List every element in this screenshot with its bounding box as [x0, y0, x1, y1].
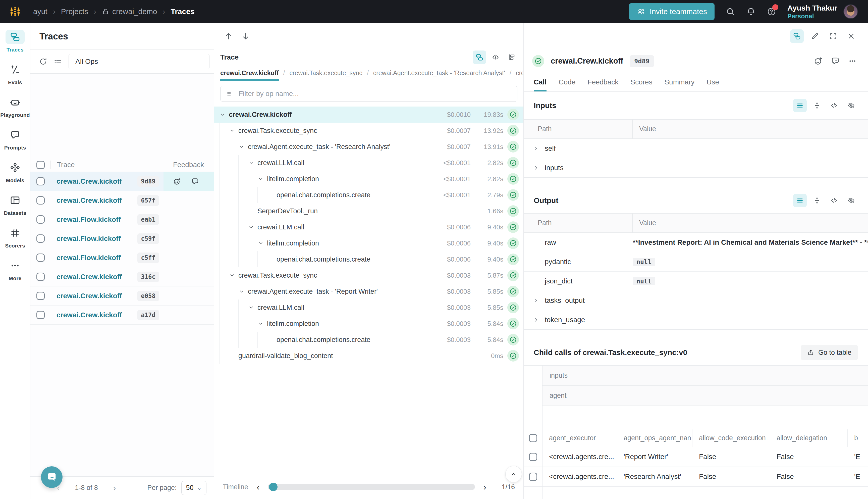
trace-name-link[interactable]: crewai.Crew.kickoff [57, 196, 122, 205]
trace-name-link[interactable]: crewai.Crew.kickoff [57, 292, 122, 300]
span-tree-row[interactable]: openai.chat.completions.create$0.00035.8… [214, 332, 523, 348]
user-menu[interactable]: Ayush Thakur Personal [788, 3, 858, 20]
breadcrumb-item-crewai_demo[interactable]: crewai_demo [102, 7, 157, 16]
span-tree-row[interactable]: crewai.Agent.execute_task - 'Research An… [214, 139, 523, 155]
row-checkbox[interactable] [36, 292, 45, 300]
scroll-to-top-button[interactable] [505, 466, 522, 483]
span-tree-row[interactable]: guardrail-validate_blog_content0ms [214, 348, 523, 364]
chevron-down-icon[interactable] [238, 144, 248, 150]
table-row[interactable]: crewai.Crew.kickoff316c [30, 267, 214, 287]
table-row[interactable]: crewai.Crew.kickoffe058 [30, 287, 214, 305]
trace-id-badge[interactable]: 316c [137, 272, 159, 282]
table-row[interactable]: crewai.Flow.kickoffc59f [30, 229, 214, 248]
trace-id-badge[interactable]: 9d89 [137, 176, 159, 187]
chevron-down-icon[interactable] [248, 304, 258, 311]
timeline-slider[interactable] [268, 484, 475, 490]
row-checkbox[interactable] [36, 177, 45, 185]
trace-crumb-tab[interactable]: crewai.Task.execute_sync [289, 65, 362, 81]
chevron-down-icon[interactable] [238, 288, 248, 295]
edit-pencil-button[interactable] [808, 29, 822, 43]
span-tree-row[interactable]: crewai.LLM.call$0.00069.40s [214, 219, 523, 235]
span-tree-row[interactable]: litellm.completion$0.00069.40s [214, 235, 523, 251]
column-header[interactable]: agent_ops_agent_nan [617, 429, 692, 447]
previous-call-up-button[interactable] [222, 29, 235, 43]
kv-row[interactable]: self [524, 139, 868, 158]
comment-icon[interactable] [191, 178, 199, 185]
kv-row[interactable]: inputs [524, 158, 868, 178]
trace-crumb-tab[interactable]: crewai.LLM.cal [516, 65, 523, 81]
chevron-down-icon[interactable] [219, 111, 229, 118]
code-json-button[interactable] [827, 99, 841, 112]
sidebar-item-datasets[interactable]: Datasets [0, 193, 30, 216]
chevron-right-icon[interactable] [533, 297, 540, 304]
open-in-tree-button[interactable] [790, 29, 804, 43]
notifications-bell-icon[interactable] [746, 7, 756, 16]
row-checkbox[interactable] [36, 272, 45, 281]
trace-name-link[interactable]: crewai.Flow.kickoff [57, 235, 121, 243]
chevron-down-icon[interactable] [258, 320, 267, 327]
chevron-right-icon[interactable] [533, 145, 540, 152]
expand-rows-button[interactable] [810, 99, 824, 112]
span-tree-row[interactable]: crewai.Crew.kickoff$0.001019.83s [214, 107, 523, 123]
span-tree-row[interactable]: openai.chat.completions.create<$0.00012.… [214, 187, 523, 203]
chevron-right-icon[interactable] [533, 317, 540, 323]
span-tree-row[interactable]: SerperDevTool._run1.66s [214, 203, 523, 219]
span-tree-row[interactable]: crewai.Task.execute_sync$0.000713.92s [214, 123, 523, 139]
row-checkbox[interactable] [36, 215, 45, 223]
comment-icon[interactable] [831, 57, 840, 65]
span-tree-row[interactable]: litellm.completion$0.00035.84s [214, 316, 523, 332]
add-reaction-icon[interactable] [814, 57, 823, 65]
list-view-button[interactable] [793, 99, 807, 112]
row-checkbox[interactable] [529, 453, 537, 461]
sidebar-item-models[interactable]: Models [0, 160, 30, 183]
chevron-down-icon[interactable] [258, 240, 267, 246]
select-all-checkbox[interactable] [529, 434, 537, 442]
trace-id-badge[interactable]: c59f [137, 233, 159, 244]
trace-name-link[interactable]: crewai.Flow.kickoff [57, 254, 121, 262]
row-checkbox[interactable] [36, 196, 45, 205]
chevron-down-icon[interactable] [248, 160, 258, 166]
tree-view-button[interactable] [473, 50, 486, 64]
trace-id-badge[interactable]: c5ff [137, 253, 159, 263]
breadcrumb-item-Traces[interactable]: Traces [171, 7, 195, 16]
table-row[interactable]: crewai.Flow.kickoffeab1 [30, 210, 214, 229]
timeline-next-icon[interactable]: › [482, 482, 488, 492]
hide-values-eye-icon[interactable] [844, 99, 858, 112]
code-view-button[interactable] [489, 50, 502, 64]
code-json-button[interactable] [827, 194, 841, 207]
flamegraph-view-button[interactable] [505, 50, 518, 64]
search-icon[interactable] [726, 7, 735, 16]
column-header[interactable]: allow_delegation [770, 429, 848, 447]
chevron-down-icon[interactable] [229, 272, 238, 279]
tab-feedback[interactable]: Feedback [587, 73, 618, 92]
span-tree-row[interactable]: crewai.Task.execute_sync$0.00035.87s [214, 267, 523, 283]
invite-teammates-button[interactable]: Invite teammates [629, 3, 715, 20]
ops-filter-select[interactable]: All Ops [69, 54, 210, 69]
op-filter-input[interactable]: Filter by op name... [220, 86, 517, 102]
table-row[interactable]: crewai.Flow.kickoffc5ff [30, 248, 214, 267]
tab-code[interactable]: Code [559, 73, 575, 92]
per-page-select[interactable]: 50 ⌄ [181, 481, 207, 495]
manage-columns-button[interactable] [50, 54, 65, 69]
select-all-checkbox[interactable] [36, 161, 45, 169]
fullscreen-expand-button[interactable] [826, 29, 840, 43]
add-reaction-icon[interactable] [173, 178, 181, 185]
trace-id-badge[interactable]: e058 [137, 291, 159, 301]
list-view-button[interactable] [793, 194, 807, 207]
trace-name-link[interactable]: crewai.Crew.kickoff [57, 178, 122, 185]
trace-id-badge[interactable]: eab1 [137, 214, 159, 225]
trace-crumb-tab[interactable]: crewai.Crew.kickoff [220, 65, 279, 81]
table-row[interactable]: crewai.Crew.kickoff9d89 [30, 172, 214, 191]
trace-name-link[interactable]: crewai.Crew.kickoff [57, 273, 122, 281]
breadcrumb-item-ayut[interactable]: ayut [33, 7, 48, 16]
row-checkbox[interactable] [36, 254, 45, 262]
table-row[interactable]: crewai.Crew.kickoff657f [30, 191, 214, 210]
feedback-column-header[interactable]: Feedback [163, 158, 214, 172]
span-tree-row[interactable]: openai.chat.completions.create$0.00069.4… [214, 251, 523, 267]
sidebar-item-evals[interactable]: Evals [0, 62, 30, 85]
trace-id-badge[interactable]: a17d [137, 310, 159, 320]
more-options-icon[interactable] [848, 57, 857, 65]
expand-rows-button[interactable] [810, 194, 824, 207]
span-tree-row[interactable]: litellm.completion<$0.00012.82s [214, 171, 523, 187]
chevron-right-icon[interactable] [533, 165, 540, 171]
